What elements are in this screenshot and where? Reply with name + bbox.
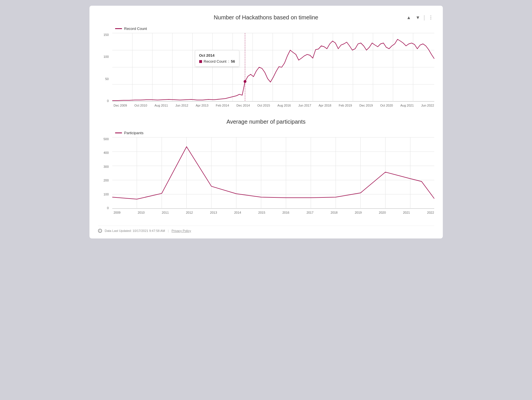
chart1-x-feb2014: Feb 2014 bbox=[216, 104, 229, 107]
chart1-x-oct2015: Oct 2015 bbox=[257, 104, 270, 107]
chart2-y-0: 0 bbox=[98, 206, 111, 210]
chart2-section: Average number of participants Participa… bbox=[98, 119, 434, 214]
chart1-x-aug2016: Aug 2016 bbox=[278, 104, 291, 107]
chart2-x-2018: 2018 bbox=[331, 211, 337, 214]
chart2-y-100: 100 bbox=[98, 193, 111, 196]
chart1-x-feb2019: Feb 2019 bbox=[339, 104, 352, 107]
chart1-section: ▲ ▼ | ⋮ Number of Hackathons based on ti… bbox=[98, 14, 434, 107]
chart2-x-2014: 2014 bbox=[234, 211, 241, 214]
chart2-svg bbox=[112, 137, 434, 209]
chart1-x-dec2019: Dec 2019 bbox=[359, 104, 373, 107]
chart1-x-axis: Dec 2009 Oct 2010 Aug 2011 Jun 2012 Apr … bbox=[114, 104, 434, 107]
chart2-x-2019: 2019 bbox=[355, 211, 362, 214]
chart2-x-2012: 2012 bbox=[186, 211, 193, 214]
move-up-button[interactable]: ▲ bbox=[405, 15, 412, 21]
chart2-x-2021: 2021 bbox=[403, 211, 410, 214]
chart1-line bbox=[112, 39, 434, 101]
chart2-wrapper: 500 400 300 200 100 0 bbox=[98, 137, 434, 210]
chart1-x-apr2013: Apr 2013 bbox=[196, 104, 209, 107]
chart2-x-2016: 2016 bbox=[282, 211, 289, 214]
chart2-y-300: 300 bbox=[98, 165, 111, 168]
chart2-x-2011: 2011 bbox=[162, 211, 169, 214]
chart2-line bbox=[112, 147, 434, 199]
privacy-policy-link[interactable]: Privacy Policy bbox=[172, 229, 191, 232]
chart1-y-100: 100 bbox=[98, 55, 111, 58]
chart1-x-oct2010: Oct 2010 bbox=[134, 104, 147, 107]
move-down-button[interactable]: ▼ bbox=[414, 15, 421, 21]
chart1-legend-line bbox=[115, 28, 122, 29]
chart1-x-dec2014: Dec 2014 bbox=[237, 104, 250, 107]
chart2-y-500: 500 bbox=[98, 137, 111, 141]
chart2-x-2013: 2013 bbox=[210, 211, 217, 214]
chart1-title: Number of Hackathons based on timeline bbox=[98, 14, 434, 21]
footer-text: Data Last Updated: 10/17/2021 9:47:58 AM bbox=[105, 229, 165, 232]
chart2-x-axis: 2009 2010 2011 2012 2013 2014 2015 2016 … bbox=[114, 211, 434, 214]
chart2-legend-label: Participants bbox=[124, 131, 144, 135]
chart2-x-2017: 2017 bbox=[307, 211, 313, 214]
chart1-wrapper: 150 100 50 0 bbox=[98, 33, 434, 103]
chart1-x-jun2022: Jun 2022 bbox=[421, 104, 434, 107]
main-card: ▲ ▼ | ⋮ Number of Hackathons based on ti… bbox=[89, 6, 443, 238]
chart2-x-2022: 2022 bbox=[427, 211, 434, 214]
chart1-legend: Record Count bbox=[115, 26, 434, 31]
chart2-title: Average number of participants bbox=[98, 119, 434, 125]
footer: i Data Last Updated: 10/17/2021 9:47:58 … bbox=[98, 226, 434, 233]
chart2-x-2015: 2015 bbox=[258, 211, 265, 214]
chart1-x-oct2020: Oct 2020 bbox=[380, 104, 393, 107]
chart1-x-aug2021: Aug 2021 bbox=[400, 104, 414, 107]
chart2-legend-line bbox=[115, 132, 122, 133]
chart2-plot-area bbox=[112, 137, 434, 210]
info-icon: i bbox=[98, 229, 102, 233]
chart1-x-aug2011: Aug 2011 bbox=[154, 104, 168, 107]
chart2-x-2020: 2020 bbox=[379, 211, 386, 214]
chart1-svg bbox=[112, 33, 434, 101]
chart2-y-axis: 500 400 300 200 100 0 bbox=[98, 137, 112, 210]
chart1-y-50: 50 bbox=[98, 77, 111, 81]
chart1-y-0: 0 bbox=[98, 99, 111, 103]
chart1-y-axis: 150 100 50 0 bbox=[98, 33, 112, 103]
chart1-x-jun2012: Jun 2012 bbox=[175, 104, 188, 107]
chart2-y-200: 200 bbox=[98, 179, 111, 182]
chart2-x-2009: 2009 bbox=[114, 211, 121, 214]
footer-divider: | bbox=[168, 229, 169, 232]
more-options-button[interactable]: ⋮ bbox=[427, 14, 434, 21]
chart2-x-2010: 2010 bbox=[138, 211, 144, 214]
chart1-x-dec2009: Dec 2009 bbox=[114, 104, 127, 107]
chart2-y-400: 400 bbox=[98, 151, 111, 154]
chart2-legend: Participants bbox=[115, 131, 434, 135]
chart-controls: ▲ ▼ | ⋮ bbox=[405, 14, 434, 21]
chart1-y-150: 150 bbox=[98, 33, 111, 36]
chart1-x-jun2017: Jun 2017 bbox=[298, 104, 311, 107]
chart1-plot-area: Oct 2014 Record Count: 56 bbox=[112, 33, 434, 103]
chart1-legend-label: Record Count bbox=[124, 26, 147, 31]
chart1-x-apr2018: Apr 2018 bbox=[319, 104, 331, 107]
controls-divider: | bbox=[423, 14, 425, 21]
